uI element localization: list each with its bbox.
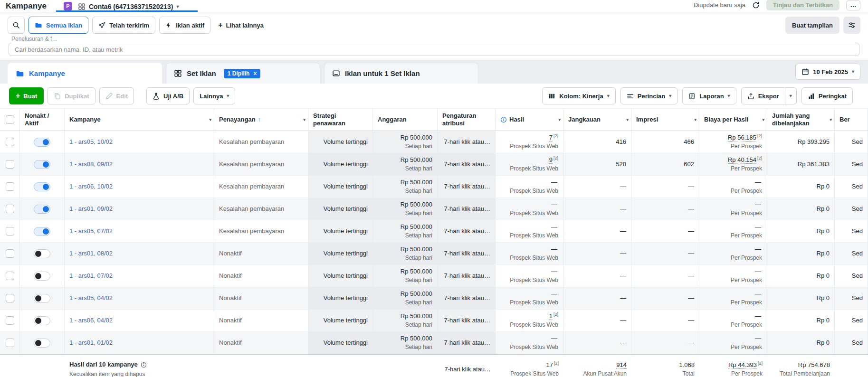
exclude-deleted-link[interactable]: Kecualikan item yang dihapus [69,371,210,377]
ends-cell: Sed [835,332,868,354]
search-input[interactable] [9,43,859,56]
results-type: Prospek Situs Web [510,232,558,239]
campaign-toggle[interactable] [34,138,50,147]
filter-settings-button[interactable] [843,17,860,34]
more-actions-button[interactable]: Lainnya ▾ [193,87,235,104]
filter-bar: Semua iklan Telah terkirim Iklan aktif +… [0,12,868,34]
ab-test-button[interactable]: Uji A/B [146,87,190,104]
row-toggle-cell [20,310,65,331]
select-all-checkbox[interactable] [6,115,14,124]
campaign-toggle[interactable] [34,227,50,236]
header-budget[interactable]: Anggaran [373,109,438,131]
campaign-toggle[interactable] [34,249,50,258]
row-checkbox[interactable] [6,160,14,169]
header-checkbox-cell [0,109,20,131]
account-selector[interactable]: Conta6 (647136371520213) ▾ [78,3,179,10]
campaign-name-link[interactable]: 1 - ars08, 09/02 [69,160,209,168]
row-checkbox[interactable] [6,205,14,213]
cost-per-result-type: Per Prospek [731,143,762,150]
campaign-folder-icon [16,69,24,78]
row-checkbox[interactable] [6,339,14,347]
header-cost-per-result[interactable]: Biaya per Hasil ▾ [699,109,767,131]
row-checkbox[interactable] [6,227,14,236]
header-campaign[interactable]: Kampanye ▾ [65,109,214,131]
campaign-name-link[interactable]: 1 - ars01, 07/02 [69,272,209,280]
summary-cost-per-result: Rp 44.393[2] Per Prospek [699,355,767,377]
campaign-toggle[interactable] [34,272,50,281]
export-options-button[interactable]: ▾ [785,87,797,104]
campaign-toggle[interactable] [34,339,50,348]
header-impressions[interactable]: Impresi ▾ [631,109,699,131]
search-filter-section-label: Penelusuran & f… [0,34,868,43]
see-more-filters-button[interactable]: + Lihat lainnya [214,17,267,34]
attribution-cell: 7-hari klik atau… [438,310,496,331]
delivery-cell: Nonaktif [214,332,308,354]
edit-button[interactable]: Edit [99,87,134,104]
campaign-toggle[interactable] [34,316,50,325]
budget-frequency: Setiap hari [405,210,432,217]
row-checkbox[interactable] [6,182,14,191]
reach-cell: 416 [563,131,631,153]
results-type: Prospek Situs Web [510,344,558,351]
table-row: 1 - ars01, 07/02 Nonaktif Volume terting… [0,265,868,287]
create-view-button[interactable]: Buat tampilan [785,17,839,34]
more-options-button[interactable]: … [846,0,860,10]
row-checkbox[interactable] [6,249,14,258]
row-checkbox[interactable] [6,294,14,302]
profile-badge[interactable]: P [64,2,72,10]
header-amount-spent[interactable]: Jumlah yang dibelanjakan ▾ [767,109,835,131]
budget-cell: Rp 500.000 Setiap hari [373,332,438,354]
campaign-toggle[interactable] [34,182,50,191]
header-reach[interactable]: Jangkauan ▾ [563,109,631,131]
campaign-name-link[interactable]: 1 - ars05, 10/02 [69,138,209,146]
summary-title: Hasil dari 10 kampanye [69,361,138,368]
create-button[interactable]: + Buat [9,87,44,104]
columns-button[interactable]: Kolom: Kinerja ▾ [542,87,616,104]
close-icon[interactable]: × [253,71,257,76]
header-delivery[interactable]: Penayangan ↑ ▾ [214,109,308,131]
columns-icon [548,93,555,100]
tab-campaigns[interactable]: Kampanye [8,63,162,84]
row-checkbox[interactable] [6,272,14,280]
chevron-down-icon: ▾ [762,117,764,123]
filter-tab-all-ads[interactable]: Semua iklan [29,17,88,34]
export-button[interactable]: Ekspor [741,87,785,104]
refresh-icon[interactable] [752,1,760,9]
review-publish-button[interactable]: Tinjau dan Terbitkan [766,0,839,10]
report-button[interactable]: Laporan ▾ [682,87,736,104]
campaign-name-link[interactable]: 1 - ars06, 10/02 [69,183,209,190]
date-range-picker[interactable]: 10 Feb 2025 ▾ [795,64,860,80]
filter-tab-delivered[interactable]: Telah terkirim [92,17,155,34]
tab-ads[interactable]: Iklan untuk 1 Set Iklan [324,63,478,84]
row-checkbox[interactable] [6,316,14,325]
campaign-toggle[interactable] [34,205,50,214]
campaign-name-link[interactable]: 1 - ars05, 04/02 [69,294,209,302]
tab-adsets[interactable]: Set Iklan 1 Dipilih × [166,63,320,84]
campaign-toggle[interactable] [34,294,50,303]
summary-title-cell: Hasil dari 10 kampanye Kecualikan item y… [65,355,214,377]
amount-spent-cell: Rp 0 [767,198,835,220]
search-button[interactable] [8,17,25,34]
attribution-cell: 7-hari klik atau… [438,265,496,287]
campaign-name-link[interactable]: 1 - ars06, 04/02 [69,317,209,324]
cost-per-result-value: Rp 40.154 [728,156,756,164]
results-value: — [551,268,557,275]
charts-button[interactable]: Peringkat [801,87,853,104]
header-ends[interactable]: Ber [835,109,868,131]
campaign-name-link[interactable]: 1 - ars01, 01/02 [69,339,209,347]
header-results[interactable]: Hasil ▾ [496,109,563,131]
amount-spent-value: Rp 0 [817,250,830,257]
campaign-name-link[interactable]: 1 - ars05, 07/02 [69,227,209,235]
bid-strategy-cell: Volume tertinggi [308,198,373,220]
duplicate-button[interactable]: Duplikat [48,87,95,104]
row-checkbox[interactable] [6,138,14,146]
campaign-toggle[interactable] [34,160,50,169]
attribution-value: 7-hari klik atau… [444,160,490,168]
campaign-name-link[interactable]: 1 - ars01, 09/02 [69,205,209,213]
campaign-name-link[interactable]: 1 - ars01, 08/02 [69,250,209,257]
impressions-value: 466 [684,138,694,146]
header-bid-strategy[interactable]: Strategi penawaran [308,109,373,131]
header-attribution[interactable]: Pengaturan atribusi [438,109,496,131]
breakdown-button[interactable]: Perincian ▾ [620,87,678,104]
filter-tab-active-ads[interactable]: Iklan aktif [159,17,210,34]
